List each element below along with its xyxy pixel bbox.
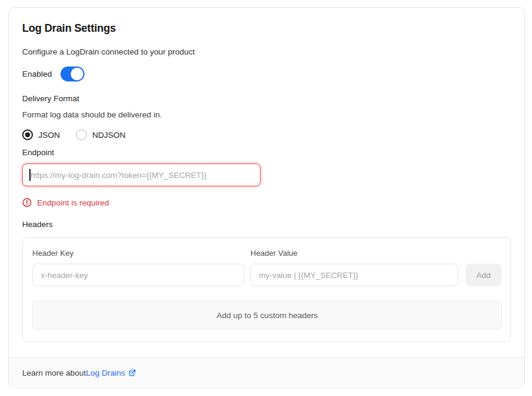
- headers-limit-note: Add up to 5 custom headers: [32, 301, 502, 330]
- log-drains-link[interactable]: Log Drains: [86, 368, 136, 377]
- header-value-input-wrap: [250, 264, 458, 286]
- log-drains-link-label: Log Drains: [86, 368, 125, 377]
- headers-section-label: Headers: [22, 220, 53, 229]
- radio-selected-icon: [22, 129, 33, 140]
- endpoint-error-row: Endpoint is required: [22, 197, 109, 208]
- toggle-knob: [71, 68, 83, 80]
- enabled-row: Enabled: [22, 66, 84, 81]
- radio-label-ndjson: NDJSON: [92, 131, 126, 140]
- enabled-toggle[interactable]: [61, 66, 84, 81]
- radio-unselected-icon: [76, 129, 87, 140]
- radio-label-json: JSON: [38, 131, 60, 140]
- external-link-icon: [128, 369, 136, 377]
- radio-option-json[interactable]: JSON: [22, 129, 60, 140]
- header-value-input[interactable]: [250, 264, 458, 286]
- endpoint-error-message: Endpoint is required: [37, 198, 109, 207]
- text-caret: [29, 169, 31, 181]
- page-title: Log Drain Settings: [22, 22, 116, 35]
- header-value-label: Header Value: [250, 249, 298, 258]
- header-key-input-wrap: [32, 264, 244, 286]
- delivery-format-radio-group: JSON NDJSON: [22, 129, 126, 141]
- page-subtitle: Configure a LogDrain connected to your p…: [22, 47, 195, 56]
- radio-option-ndjson[interactable]: NDJSON: [76, 129, 126, 140]
- footer-text: Learn more about: [22, 368, 86, 377]
- radio-dot: [25, 132, 30, 137]
- card-footer: Learn more aboutLog Drains: [9, 357, 524, 388]
- endpoint-input[interactable]: [22, 164, 261, 186]
- headers-box: Header Key Header Value Add Add up to 5 …: [22, 237, 511, 342]
- add-header-button[interactable]: Add: [466, 264, 501, 286]
- log-drain-settings-card: Log Drain Settings Configure a LogDrain …: [8, 7, 525, 388]
- delivery-format-label: Delivery Format: [22, 94, 79, 103]
- header-key-label: Header Key: [32, 249, 74, 258]
- endpoint-label: Endpoint: [22, 148, 54, 157]
- alert-circle-icon: [22, 198, 32, 207]
- delivery-format-description: Format log data should be delivered in.: [22, 110, 162, 119]
- header-key-input[interactable]: [32, 264, 244, 286]
- endpoint-input-wrap: [22, 164, 261, 186]
- enabled-label: Enabled: [22, 69, 52, 78]
